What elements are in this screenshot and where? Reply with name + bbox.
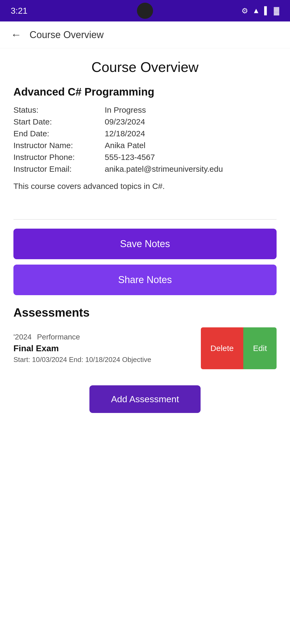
- camera-cutout: [137, 3, 153, 19]
- instructor-email-value: anika.patel@strimeuniversity.edu: [105, 164, 223, 174]
- save-notes-button[interactable]: Save Notes: [13, 229, 277, 259]
- assessment-swipe-row: '2024 Performance Final Exam Start: 10/0…: [13, 327, 277, 369]
- instructor-name-row: Instructor Name: Anika Patel: [13, 141, 277, 150]
- instructor-email-row: Instructor Email: anika.patel@strimeuniv…: [13, 164, 277, 174]
- end-separator: End:: [69, 356, 85, 364]
- status-label: Status:: [13, 105, 105, 115]
- status-time: 3:21: [11, 6, 27, 16]
- page-title: Course Overview: [13, 59, 277, 75]
- instructor-email-label: Instructor Email:: [13, 164, 105, 174]
- swipe-actions: Delete Edit: [201, 327, 277, 369]
- start-date-row: Start Date: 09/23/2024: [13, 117, 277, 126]
- app-bar-title: Course Overview: [30, 29, 104, 41]
- share-notes-button[interactable]: Share Notes: [13, 265, 277, 295]
- status-row: Status: In Progress: [13, 105, 277, 115]
- assessment-end: 10/18/2024: [85, 356, 120, 364]
- assessment-item: '2024 Performance Final Exam Start: 10/0…: [13, 327, 277, 369]
- assessment-header-row: '2024 Performance: [13, 333, 195, 341]
- app-bar: ← Course Overview: [0, 21, 290, 48]
- assessment-content: '2024 Performance Final Exam Start: 10/0…: [13, 327, 195, 369]
- notes-input[interactable]: [13, 196, 277, 219]
- signal-icon: ▌: [264, 6, 270, 15]
- status-icons: ⚙ ▲ ▌ ▓: [241, 6, 279, 15]
- edit-button[interactable]: Edit: [243, 327, 277, 369]
- bottom-spacer: [13, 413, 277, 467]
- end-date-row: End Date: 12/18/2024: [13, 129, 277, 138]
- course-description: This course covers advanced topics in C#…: [13, 182, 277, 191]
- wifi-icon: ▲: [252, 6, 260, 15]
- assessment-type: Performance: [37, 333, 80, 341]
- instructor-phone-row: Instructor Phone: 555-123-4567: [13, 153, 277, 162]
- end-date-label: End Date:: [13, 129, 105, 138]
- assessment-dates: Start: 10/03/2024 End: 10/18/2024 Object…: [13, 356, 195, 364]
- start-date-label: Start Date:: [13, 117, 105, 126]
- status-bar: 3:21 ⚙ ▲ ▌ ▓: [0, 0, 290, 21]
- start-label: Start:: [13, 356, 32, 364]
- instructor-name-label: Instructor Name:: [13, 141, 105, 150]
- course-info-table: Status: In Progress Start Date: 09/23/20…: [13, 105, 277, 174]
- instructor-phone-label: Instructor Phone:: [13, 153, 105, 162]
- end-date-value: 12/18/2024: [105, 129, 145, 138]
- notification-icon: ⚙: [241, 6, 248, 15]
- instructor-name-value: Anika Patel: [105, 141, 146, 150]
- assessment-partial-date: '2024: [13, 333, 32, 341]
- assessment-name: Final Exam: [13, 343, 195, 353]
- status-value: In Progress: [105, 105, 146, 115]
- course-name: Advanced C# Programming: [13, 86, 277, 98]
- back-button[interactable]: ←: [11, 29, 21, 41]
- assessments-section-title: Assessments: [13, 306, 277, 319]
- start-date-value: 09/23/2024: [105, 117, 145, 126]
- battery-icon: ▓: [274, 6, 279, 15]
- add-assessment-button[interactable]: Add Assessment: [89, 385, 200, 413]
- main-content: Course Overview Advanced C# Programming …: [0, 48, 290, 477]
- assessment-objective: Objective: [122, 356, 151, 364]
- assessment-start: 10/03/2024: [32, 356, 67, 364]
- instructor-phone-value: 555-123-4567: [105, 153, 155, 162]
- delete-button[interactable]: Delete: [201, 327, 244, 369]
